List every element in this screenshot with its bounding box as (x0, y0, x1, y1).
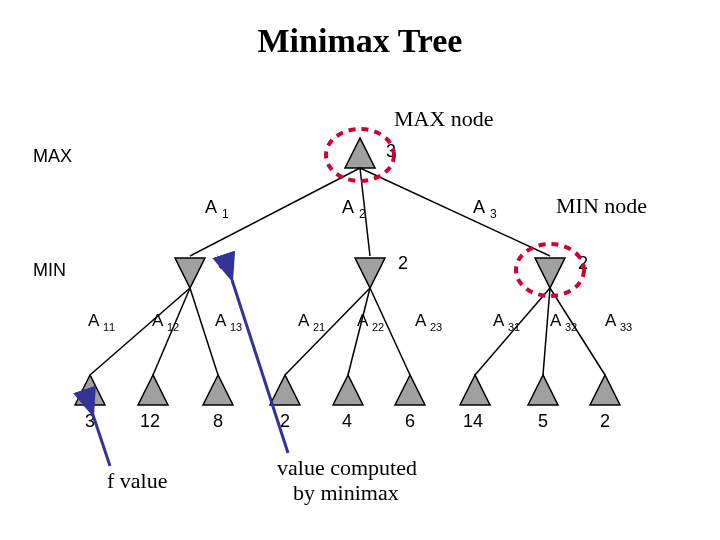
min-triangle-1 (355, 258, 385, 288)
leaf-triangle-2 (203, 375, 233, 405)
svg-line-6 (190, 288, 218, 375)
min-triangle-2 (535, 258, 565, 288)
svg-line-1 (190, 168, 360, 256)
min-triangle-0 (175, 258, 205, 288)
svg-line-10 (475, 288, 550, 375)
leaf-triangle-6 (460, 375, 490, 405)
arrow-computed (232, 280, 288, 453)
leaf-triangle-7 (528, 375, 558, 405)
root-triangle (345, 138, 375, 168)
svg-line-11 (543, 288, 550, 375)
leaf-triangle-8 (590, 375, 620, 405)
leaf-triangle-3 (270, 375, 300, 405)
diagram-svg (0, 0, 720, 540)
arrow-fvalue (93, 415, 110, 466)
svg-line-4 (90, 288, 190, 375)
svg-line-9 (370, 288, 410, 375)
svg-line-5 (153, 288, 190, 375)
leaf-triangle-1 (138, 375, 168, 405)
leaf-triangle-4 (333, 375, 363, 405)
leaf-triangle-5 (395, 375, 425, 405)
svg-line-8 (348, 288, 370, 375)
svg-line-3 (360, 168, 550, 256)
svg-line-7 (285, 288, 370, 375)
leaf-triangle-0 (75, 375, 105, 405)
svg-line-12 (550, 288, 605, 375)
